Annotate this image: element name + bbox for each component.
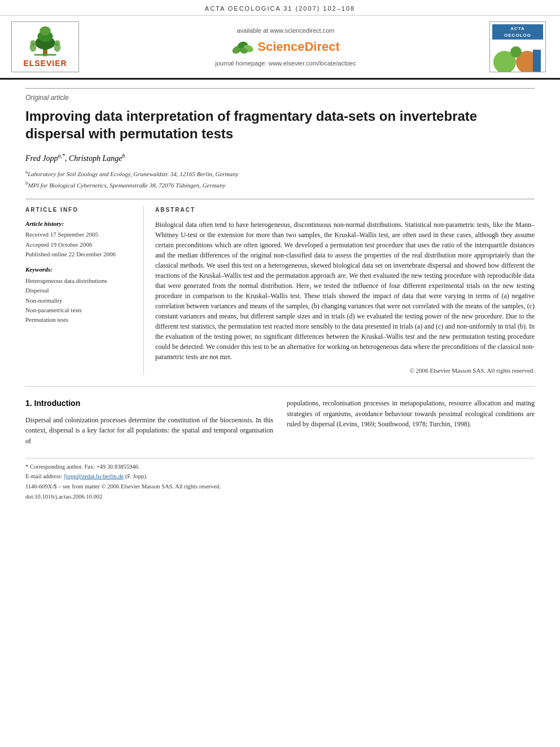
elsevier-tree-icon [23, 22, 68, 58]
svg-point-4 [40, 27, 51, 36]
article-history-label: Article history: [25, 220, 134, 228]
svg-point-7 [30, 41, 36, 46]
center-header: available at www.sciencedirect.com Scien… [85, 27, 487, 68]
keyword-2: Dispersal [25, 286, 134, 295]
top-banner: ELSEVIER available at www.sciencedirect.… [0, 16, 560, 80]
sciencedirect-leaves-icon [231, 38, 254, 55]
footnote-email-link[interactable]: fjopp@zedat.fu-berlin.de [64, 473, 124, 479]
copyright-line: © 2006 Elsevier Masson SAS. All rights r… [155, 366, 535, 375]
elsevier-logo: ELSEVIER [11, 21, 85, 72]
abstract-label: ABSTRACT [155, 206, 535, 214]
keyword-3: Non-normality [25, 296, 134, 305]
intro-left-column: 1. Introduction Dispersal and colonizati… [25, 398, 273, 446]
author1-sup: a,* [58, 152, 65, 159]
footnotes: * Corresponding author. Fax: +49 30 8385… [25, 458, 535, 501]
direct-text: Direct [304, 40, 339, 54]
affiliation-b: bMPI for Biological Cybernetics, Spemann… [25, 180, 535, 190]
introduction-section: 1. Introduction Dispersal and colonizati… [25, 398, 535, 446]
science-text: Science [257, 40, 304, 54]
section-divider [25, 386, 535, 387]
intro-right-column: populations, recolonisation processes in… [287, 398, 535, 446]
svg-rect-1 [34, 54, 56, 56]
journal-header: ACTA OECOLOGICA 31 (2007) 102–108 [0, 0, 560, 16]
keyword-5: Permutation tests [25, 316, 134, 324]
abstract-column: ABSTRACT Biological data often tend to h… [155, 206, 535, 375]
author2-name: Christoph Lange [69, 154, 123, 162]
article-info-label: ARTICLE INFO [25, 206, 134, 214]
abstract-text: Biological data often tend to have heter… [155, 220, 535, 362]
author2-sup: b [122, 152, 125, 159]
authors-line: Fred Joppa,*, Christoph Langeb [25, 152, 535, 164]
accepted-date: Accepted 19 October 2006 [25, 241, 134, 249]
keyword-4: Non-parametrical tests [25, 306, 134, 314]
svg-point-8 [55, 41, 60, 46]
article-info-abstract-section: ARTICLE INFO Article history: Received 1… [25, 199, 535, 375]
svg-point-15 [510, 46, 522, 58]
acta-logo: ACTAOECOLOG [487, 21, 549, 72]
aff-b-text: MPI for Biological Cybernetics, Spemanns… [28, 182, 226, 189]
keywords-label: Keywords: [25, 265, 134, 274]
sciencedirect-text: ScienceDirect [257, 38, 340, 56]
svg-rect-16 [533, 50, 541, 73]
footnote-corresponding: * Corresponding author. Fax: +49 30 8385… [25, 463, 535, 471]
footnote-email-line: E-mail address: fjopp@zedat.fu-berlin.de… [25, 473, 535, 481]
author1-name: Fred Jopp [25, 154, 58, 162]
intro-text-left: Dispersal and colonization processes det… [25, 415, 273, 447]
article-title: Improving data interpretation of fragmen… [25, 107, 535, 142]
footnote-doi: doi:10.1016/j.actao.2006.10.002 [25, 493, 535, 501]
intro-heading-text: 1. Introduction [25, 399, 80, 408]
received-date: Received 17 September 2005 [25, 230, 134, 239]
main-content: Original article Improving data interpre… [0, 80, 560, 514]
footnote-email-suffix: (F. Jopp). [125, 473, 148, 479]
intro-right-text: populations, recolonisation processes in… [287, 399, 535, 428]
keyword-1: Heterogeneous data distributions [25, 277, 134, 285]
footnote-email-label: E-mail address: [25, 473, 63, 479]
journal-homepage-text: journal homepage: www.elsevier.com/locat… [215, 59, 356, 68]
article-type-tag: Original article [25, 88, 535, 103]
journal-header-text: ACTA OECOLOGICA 31 (2007) 102–108 [205, 5, 355, 12]
affiliations: aLaboratory for Soil Zoology and Ecology… [25, 168, 535, 190]
intro-heading: 1. Introduction [25, 398, 273, 409]
acta-circles-graphic [492, 44, 543, 73]
elsevier-label: ELSEVIER [23, 58, 67, 69]
intro-text-right: populations, recolonisation processes in… [287, 398, 535, 430]
acta-title: ACTAOECOLOG [492, 24, 543, 39]
article-info-column: ARTICLE INFO Article history: Received 1… [25, 206, 144, 375]
published-date: Published online 22 December 2006 [25, 250, 134, 259]
aff-a-text: Laboratory for Soil Zoology and Ecology,… [28, 170, 238, 177]
footnote-issn: 1146-609X/$ – see front matter © 2006 El… [25, 483, 535, 491]
available-text: available at www.sciencedirect.com [237, 27, 334, 35]
affiliation-a: aLaboratory for Soil Zoology and Ecology… [25, 168, 535, 178]
acta-circles-svg [492, 44, 543, 73]
sciencedirect-logo: ScienceDirect [231, 38, 340, 56]
